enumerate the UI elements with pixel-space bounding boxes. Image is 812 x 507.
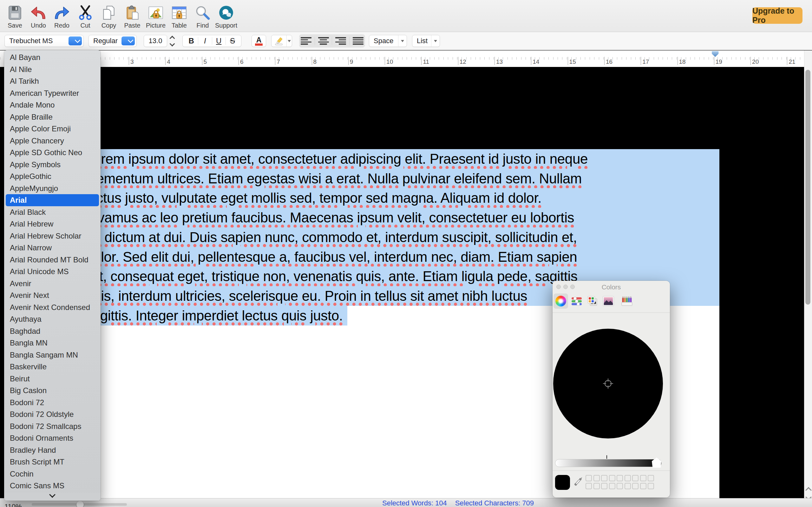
font-option-al-bayan[interactable]: Al Bayan [6, 51, 99, 63]
swatch-cell[interactable] [625, 475, 631, 481]
menu-scroll-down[interactable] [4, 493, 101, 501]
highlight-dropdown-arrow[interactable] [287, 35, 292, 47]
font-option-avenir-next-condensed[interactable]: Avenir Next Condensed [6, 301, 99, 314]
swatch-cell[interactable] [617, 483, 623, 489]
swatch-cell[interactable] [632, 475, 638, 481]
swatch-cell[interactable] [594, 475, 600, 481]
swatch-cell[interactable] [609, 475, 615, 481]
underline-button[interactable]: U [212, 37, 226, 45]
indent-marker[interactable] [712, 51, 719, 57]
font-family-select[interactable]: Trebuchet MS [4, 35, 84, 47]
eyedropper-icon[interactable] [572, 475, 583, 488]
font-option-apple-symbols[interactable]: Apple Symbols [6, 159, 99, 171]
font-option-arial-rounded-mt-bold[interactable]: Arial Rounded MT Bold [6, 254, 99, 266]
color-sliders-icon[interactable] [571, 295, 582, 307]
swatch-cell[interactable] [601, 483, 608, 489]
document-text-line[interactable]: Vivamus ac leo pretium faucibus. Maecena… [82, 208, 720, 227]
upgrade-to-pro-button[interactable]: Upgrade to Pro [752, 7, 803, 24]
swatch-cell[interactable] [648, 475, 654, 481]
swatch-cell[interactable] [640, 483, 646, 489]
chevron-down-icon[interactable] [68, 37, 82, 45]
image-palettes-icon[interactable] [603, 295, 614, 307]
colors-panel-titlebar[interactable]: Colors [553, 281, 670, 293]
font-option-bodoni-72-oldstyle[interactable]: Bodoni 72 Oldstyle [6, 408, 99, 420]
font-option-bangla-sangam-mn[interactable]: Bangla Sangam MN [6, 349, 99, 361]
stepper-up-icon[interactable] [170, 36, 175, 41]
document-text-line[interactable]: Lorem ipsum dolor sit amet, consectetuer… [82, 149, 720, 169]
spacing-button[interactable]: Space [369, 35, 407, 47]
swatch-cell[interactable] [594, 483, 600, 489]
toolbar-button-table[interactable]: Table [168, 0, 191, 32]
font-option-al-tarikh[interactable]: Al Tarikh [6, 75, 99, 87]
font-option-brush-script-mt[interactable]: Brush Script MT [6, 456, 99, 468]
list-dropdown-arrow[interactable] [431, 35, 440, 47]
toolbar-button-undo[interactable]: Undo [27, 0, 50, 32]
scrollbar-thumb[interactable] [805, 70, 810, 304]
font-option-beirut[interactable]: Beirut [6, 373, 99, 385]
spacing-dropdown-arrow[interactable] [398, 35, 407, 47]
font-option-arial-narrow[interactable]: Arial Narrow [6, 242, 99, 254]
toolbar-button-find[interactable]: Find [191, 0, 214, 32]
font-color-button[interactable]: A [252, 35, 266, 47]
font-option-ayuthaya[interactable]: Ayuthaya [6, 313, 99, 325]
list-button[interactable]: List [412, 35, 440, 47]
current-color-swatch[interactable] [555, 475, 570, 490]
font-option-arial-unicode-ms[interactable]: Arial Unicode MS [6, 266, 99, 278]
font-option-andale-mono[interactable]: Andale Mono [6, 99, 99, 111]
font-option-baskerville[interactable]: Baskerville [6, 361, 99, 373]
font-option-apple-sd-gothic-neo[interactable]: Apple SD Gothic Neo [6, 147, 99, 159]
font-option-american-typewriter[interactable]: American Typewriter [6, 87, 99, 99]
toolbar-button-picture[interactable]: Picture [144, 0, 168, 32]
swatch-cell[interactable] [648, 483, 654, 489]
font-option-apple-color-emoji[interactable]: Apple Color Emoji [6, 123, 99, 135]
align-left-button[interactable] [301, 37, 311, 45]
swatch-cell[interactable] [632, 483, 638, 489]
font-option-arial[interactable]: Arial [6, 194, 99, 206]
align-right-button[interactable] [335, 37, 346, 45]
scroll-up-icon[interactable] [805, 487, 812, 493]
toolbar-button-paste[interactable]: Paste [121, 0, 144, 32]
pencils-icon[interactable] [621, 295, 632, 307]
font-option-arial-hebrew[interactable]: Arial Hebrew [6, 218, 99, 230]
toolbar-button-support[interactable]: Support [214, 0, 238, 32]
toolbar-button-redo[interactable]: Redo [50, 0, 74, 32]
font-option-avenir-next[interactable]: Avenir Next [6, 289, 99, 301]
document-text-line[interactable]: dolor. Sed elit dui, pellentesque a, fau… [82, 247, 720, 267]
font-option-applemyungjo[interactable]: AppleMyungjo [6, 182, 99, 194]
font-option-al-nile[interactable]: Al Nile [6, 63, 99, 75]
swatch-cell[interactable] [601, 475, 608, 481]
highlight-color-button[interactable] [271, 35, 292, 47]
font-option-bradley-hand[interactable]: Bradley Hand [6, 444, 99, 456]
color-wheel-icon[interactable] [555, 295, 566, 307]
document-text-line[interactable]: lectus justo, vulputate eget mollis sed,… [82, 188, 720, 208]
font-option-big-caslon[interactable]: Big Caslon [6, 385, 99, 397]
font-size-stepper[interactable] [169, 37, 176, 46]
font-option-baghdad[interactable]: Baghdad [6, 325, 99, 337]
toolbar-button-cut[interactable]: Cut [74, 0, 97, 32]
font-size-field[interactable]: 13.0 [144, 35, 167, 47]
font-option-cochin[interactable]: Cochin [6, 468, 99, 480]
align-justify-button[interactable] [353, 37, 364, 45]
document-text-line[interactable]: elementum ultrices. Etiam egestas wisi a… [82, 169, 720, 188]
swatch-cell[interactable] [625, 483, 631, 489]
color-wheel-crosshair[interactable] [602, 377, 614, 390]
font-option-arial-black[interactable]: Arial Black [6, 206, 99, 218]
swatch-cell[interactable] [609, 483, 615, 489]
font-option-bodoni-ornaments[interactable]: Bodoni Ornaments [6, 432, 99, 444]
italic-button[interactable]: I [198, 37, 211, 45]
font-style-select[interactable]: Regular [88, 35, 137, 47]
font-option-arial-hebrew-scholar[interactable]: Arial Hebrew Scholar [6, 230, 99, 242]
stepper-down-icon[interactable] [170, 41, 175, 46]
font-option-apple-braille[interactable]: Apple Braille [6, 111, 99, 123]
font-option-applegothic[interactable]: AppleGothic [6, 170, 99, 182]
font-option-avenir[interactable]: Avenir [6, 278, 99, 290]
font-option-bodoni-72-smallcaps[interactable]: Bodoni 72 Smallcaps [6, 420, 99, 433]
document-canvas[interactable]: Lorem ipsum dolor sit amet, consectetuer… [0, 67, 804, 498]
vertical-scrollbar[interactable] [804, 50, 812, 507]
font-option-apple-chancery[interactable]: Apple Chancery [6, 135, 99, 147]
toolbar-button-copy[interactable]: Copy [97, 0, 121, 32]
font-option-bangla-mn[interactable]: Bangla MN [6, 337, 99, 349]
swatch-cell[interactable] [585, 483, 592, 489]
font-option-comic-sans-ms[interactable]: Comic Sans MS [6, 480, 99, 492]
chevron-down-icon[interactable] [122, 37, 135, 45]
